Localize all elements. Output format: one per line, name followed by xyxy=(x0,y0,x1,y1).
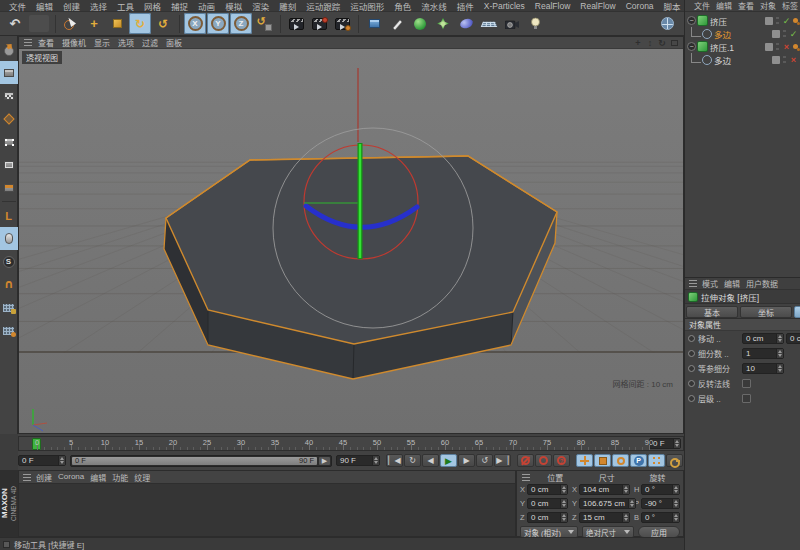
object-row[interactable]: −挤压.1× xyxy=(685,40,800,53)
object-row[interactable]: −挤压✓ xyxy=(685,14,800,27)
workplane-grid-icon[interactable] xyxy=(0,319,18,342)
object-manager-menu-item[interactable]: 查看 xyxy=(735,0,757,11)
stepper-icon[interactable] xyxy=(560,513,567,522)
pan-view-icon[interactable]: + xyxy=(632,37,644,48)
axis-mode-icon[interactable]: L xyxy=(0,204,18,227)
perspective-viewport[interactable]: 查看摄像机显示选项过滤面板 + ↕ ↻ 透视视图 xyxy=(18,36,684,434)
coordinate-field[interactable]: 104 cm xyxy=(579,484,630,495)
y-axis-button[interactable]: Y xyxy=(207,13,229,34)
attribute-value-field[interactable]: 10 xyxy=(742,363,784,374)
workplane-lock-icon[interactable] xyxy=(0,296,18,319)
current-frame-spinner[interactable]: 0 F xyxy=(649,438,681,449)
coordinate-menu-icon[interactable] xyxy=(522,474,530,481)
menubar-item[interactable]: 雕刻 xyxy=(274,0,301,12)
play-loop-button[interactable]: ↺ xyxy=(476,454,493,467)
rotate-tool-icon[interactable]: ↻ xyxy=(129,13,151,34)
end-frame-field[interactable]: 90 F xyxy=(336,455,380,466)
menubar-item[interactable]: 创建 xyxy=(58,0,85,12)
next-frame-button[interactable]: ▶ xyxy=(458,454,475,467)
menubar-item[interactable]: Corona xyxy=(621,1,659,11)
tab-对象[interactable]: 对象 xyxy=(794,306,800,318)
timeline-ruler[interactable]: 0 F 051015202530354045505560657075808590 xyxy=(18,436,684,451)
key-scale-toggle[interactable] xyxy=(594,454,611,467)
menubar-item[interactable]: X-Particles xyxy=(479,1,530,11)
object-manager-menu-item[interactable]: 编辑 xyxy=(713,0,735,11)
range-arrow-icon[interactable]: ▶ xyxy=(319,457,330,465)
layer-square-icon[interactable] xyxy=(772,30,780,38)
key-parameter-toggle[interactable]: P xyxy=(630,454,647,467)
visibility-dots-icon[interactable] xyxy=(783,55,786,64)
stepper-icon[interactable] xyxy=(776,334,783,343)
snap-icon[interactable]: S xyxy=(0,250,18,273)
attribute-value-field[interactable]: 1 xyxy=(742,348,784,359)
stepper-icon[interactable] xyxy=(776,349,783,358)
animation-dot-icon[interactable] xyxy=(688,350,695,357)
viewport-solo-icon[interactable] xyxy=(0,227,18,250)
viewport-menu-item[interactable]: 显示 xyxy=(90,37,114,48)
layer-square-icon[interactable] xyxy=(772,56,780,64)
autokey-button[interactable] xyxy=(535,454,552,467)
keyframe-presets-button[interactable] xyxy=(666,454,683,467)
visibility-dots-icon[interactable] xyxy=(783,29,786,38)
coordinate-field[interactable]: 0 cm xyxy=(527,484,568,495)
render-view-icon[interactable] xyxy=(285,13,307,34)
render-queue-icon[interactable] xyxy=(331,13,353,34)
animation-dot-icon[interactable] xyxy=(688,380,695,387)
menubar-item[interactable]: 编辑 xyxy=(31,0,58,12)
material-menu-item[interactable]: 功能 xyxy=(109,472,131,483)
object-row[interactable]: 多边✓ xyxy=(685,27,800,40)
volume-icon[interactable] xyxy=(455,13,477,34)
layer-square-icon[interactable] xyxy=(765,17,773,25)
last-tool-icon[interactable]: ↺ xyxy=(152,13,174,34)
make-editable-icon[interactable] xyxy=(0,38,18,61)
stepper-icon[interactable] xyxy=(560,485,567,494)
generators-icon[interactable] xyxy=(409,13,431,34)
tab-基本[interactable]: 基本 xyxy=(686,306,738,318)
viewport-menu-item[interactable]: 选项 xyxy=(114,37,138,48)
object-row[interactable]: 多边× xyxy=(685,53,800,66)
redo-icon[interactable] xyxy=(29,15,49,32)
material-menu-item[interactable]: 纹理 xyxy=(131,472,153,483)
previous-frame-button[interactable]: ◀ xyxy=(422,454,439,467)
stepper-icon[interactable] xyxy=(58,456,65,465)
expand-toggle-icon[interactable]: − xyxy=(687,16,696,25)
primitive-cube-icon[interactable] xyxy=(363,13,385,34)
menubar-item[interactable]: 动画 xyxy=(193,0,220,12)
object-manager-menu-item[interactable]: 文件 xyxy=(691,0,713,11)
key-rotation-toggle[interactable] xyxy=(612,454,629,467)
viewport-menu-item[interactable]: 过滤 xyxy=(138,37,162,48)
enabled-check-icon[interactable]: ✓ xyxy=(782,16,791,26)
menubar-item[interactable]: 模拟 xyxy=(220,0,247,12)
loop-button[interactable]: ↻ xyxy=(404,454,421,467)
stepper-icon[interactable] xyxy=(560,499,567,508)
undo-icon[interactable]: ↶ xyxy=(4,13,26,34)
edges-mode-icon[interactable] xyxy=(0,153,18,176)
disabled-cross-icon[interactable]: × xyxy=(789,55,798,65)
goto-start-button[interactable]: ▏◀ xyxy=(386,454,403,467)
disabled-cross-icon[interactable]: × xyxy=(782,42,791,52)
animation-dot-icon[interactable] xyxy=(688,335,695,342)
keyframe-options-button[interactable]: ? xyxy=(553,454,570,467)
coordinate-field[interactable]: 0 cm xyxy=(527,512,568,523)
animation-dot-icon[interactable] xyxy=(688,365,695,372)
x-axis-button[interactable]: X xyxy=(184,13,206,34)
live-selection-icon[interactable] xyxy=(60,13,82,34)
menubar-item[interactable]: 捕捉 xyxy=(166,0,193,12)
attribute-menu-icon[interactable] xyxy=(689,280,697,287)
start-frame-field[interactable]: 0 F xyxy=(18,455,66,466)
animation-dot-icon[interactable] xyxy=(688,395,695,402)
menubar-item[interactable]: 脚本 xyxy=(659,0,686,12)
play-button[interactable]: ▶ xyxy=(440,454,457,467)
enabled-check-icon[interactable]: ✓ xyxy=(789,29,798,39)
coordinate-system-icon[interactable]: ↺ xyxy=(253,13,275,34)
stepper-icon[interactable] xyxy=(622,513,629,522)
light-icon[interactable] xyxy=(524,13,546,34)
coordinate-field[interactable]: 15 cm xyxy=(579,512,630,523)
record-keyframe-button[interactable] xyxy=(517,454,534,467)
coordinate-field[interactable]: 106.675 cm xyxy=(579,498,636,509)
texture-mode-icon[interactable] xyxy=(0,84,18,107)
toggle-view-icon[interactable] xyxy=(668,37,680,48)
stepper-icon[interactable] xyxy=(672,485,679,494)
attribute-menu-item[interactable]: 模式 xyxy=(699,278,721,289)
checkbox[interactable] xyxy=(742,394,751,403)
